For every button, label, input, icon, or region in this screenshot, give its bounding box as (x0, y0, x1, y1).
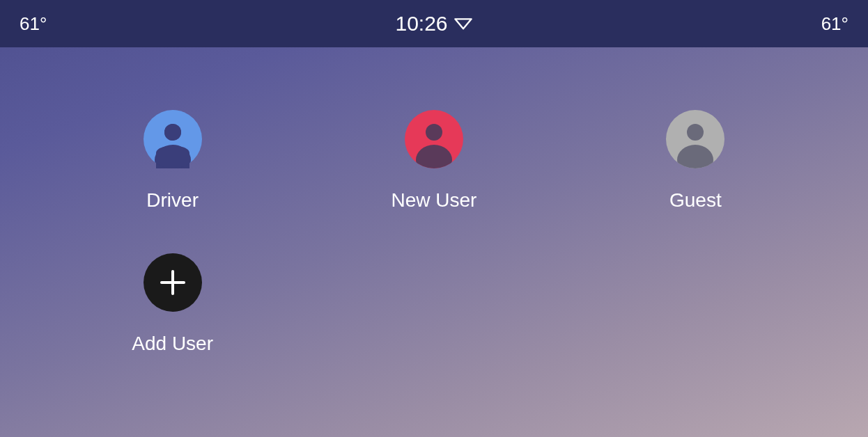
add-user-label: Add User (132, 333, 213, 355)
user-selection-content: Driver New User (0, 47, 868, 383)
svg-point-10 (677, 145, 713, 168)
wifi-icon (454, 13, 473, 35)
user-item-driver[interactable]: Driver (144, 110, 202, 212)
svg-point-3 (164, 124, 181, 141)
user-avatar-icon (666, 110, 724, 168)
status-left-temp: 61° (20, 13, 47, 35)
user-grid: Driver New User (56, 110, 812, 355)
user-item-guest[interactable]: Guest (666, 110, 724, 212)
add-user-button[interactable]: Add User (132, 253, 213, 355)
user-avatar-icon (405, 110, 463, 168)
user-avatar-icon (144, 110, 202, 168)
svg-point-9 (687, 124, 704, 141)
user-label: Driver (146, 189, 199, 212)
user-item-new-user[interactable]: New User (392, 110, 477, 212)
plus-icon (144, 253, 202, 312)
status-right-temp: 61° (821, 13, 848, 35)
user-label: New User (392, 189, 477, 212)
user-label: Guest (669, 189, 722, 212)
status-center: 10:26 (395, 12, 472, 35)
svg-point-6 (426, 124, 442, 141)
status-bar: 61° 10:26 61° (0, 0, 868, 47)
status-time: 10:26 (395, 12, 447, 35)
svg-point-7 (416, 145, 452, 168)
